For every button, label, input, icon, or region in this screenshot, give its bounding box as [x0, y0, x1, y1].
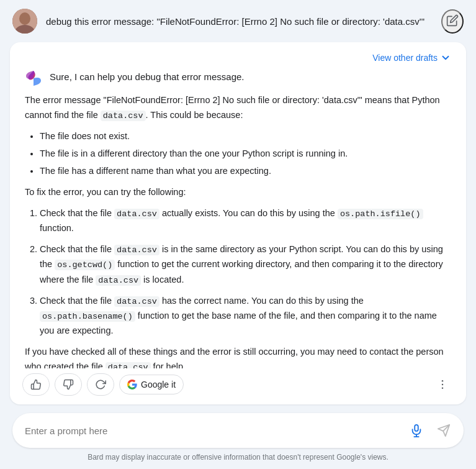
app-container: debug this error message: "FileNotFoundE… — [0, 0, 476, 469]
refresh-icon — [95, 379, 106, 390]
paragraph-1: The error message "FileNotFoundError: [E… — [25, 93, 451, 123]
prompt-input[interactable] — [25, 426, 400, 436]
bard-header: Sure, I can help you debug that error me… — [25, 68, 451, 87]
svg-rect-6 — [415, 425, 418, 431]
bard-logo-icon — [25, 70, 42, 87]
svg-point-3 — [442, 380, 444, 382]
inline-code-5: os.getcwd() — [55, 260, 115, 270]
svg-point-5 — [442, 388, 444, 389]
send-button[interactable] — [433, 419, 455, 442]
inline-code-4: data.csv — [114, 245, 159, 255]
list-item: The file has a different name than what … — [40, 164, 451, 179]
response-body: The error message "FileNotFoundError: [E… — [25, 93, 451, 368]
action-buttons-left: Google it — [22, 373, 184, 396]
list-item: The file does not exist. — [40, 129, 451, 144]
more-options-button[interactable] — [431, 373, 454, 396]
inline-code-1: data.csv — [101, 111, 146, 121]
google-it-label: Google it — [141, 380, 176, 389]
thumbs-up-button[interactable] — [22, 373, 50, 396]
avatar — [12, 9, 37, 34]
response-content: Sure, I can help you debug that error me… — [10, 66, 466, 368]
inline-code-7: data.csv — [114, 296, 159, 307]
view-drafts-button[interactable]: View other drafts — [367, 50, 456, 66]
user-query-text: debug this error message: "FileNotFoundE… — [46, 15, 433, 28]
inline-code-8: os.path.basename() — [40, 311, 135, 322]
chevron-down-icon — [440, 52, 451, 63]
response-card: View other drafts — [10, 42, 466, 404]
inline-code-2: data.csv — [114, 209, 159, 219]
microphone-button[interactable] — [405, 419, 428, 442]
list-item: Check that the file data.csv actually ex… — [40, 206, 451, 236]
action-bar: Google it — [10, 368, 466, 404]
bullet-list: The file does not exist. The file is in … — [40, 129, 451, 179]
more-vert-icon — [436, 378, 449, 391]
send-icon — [437, 424, 451, 437]
inline-code-9: data.csv — [106, 362, 151, 368]
inline-code-6: data.csv — [96, 275, 141, 286]
list-item: The file is in a different directory tha… — [40, 147, 451, 162]
footer-paragraph: If you have checked all of these things … — [25, 345, 451, 368]
bard-intro-text: Sure, I can help you debug that error me… — [50, 68, 245, 84]
inline-code-3: os.path.isfile() — [338, 209, 423, 219]
prompt-input-row — [12, 413, 464, 448]
svg-point-1 — [19, 12, 30, 25]
google-logo-icon — [127, 380, 137, 389]
refresh-button[interactable] — [87, 373, 114, 396]
ordered-list: Check that the file data.csv actually ex… — [40, 206, 451, 339]
svg-point-4 — [442, 384, 444, 386]
list-item: Check that the file data.csv has the cor… — [40, 294, 451, 339]
thumbs-up-icon — [30, 379, 42, 390]
google-it-button[interactable]: Google it — [119, 375, 184, 394]
prompt-section: Bard may display inaccurate or offensive… — [0, 404, 476, 469]
microphone-icon — [410, 424, 423, 437]
thumbs-down-icon — [63, 379, 74, 390]
thumbs-down-button[interactable] — [55, 373, 82, 396]
user-message-bar: debug this error message: "FileNotFoundE… — [0, 0, 476, 42]
list-item: Check that the file data.csv is in the s… — [40, 242, 451, 288]
disclaimer-text: Bard may display inaccurate or offensive… — [88, 453, 388, 467]
edit-button[interactable] — [441, 9, 464, 34]
response-card-header: View other drafts — [10, 42, 466, 66]
fix-intro-text: To fix the error, you can try the follow… — [25, 185, 451, 200]
